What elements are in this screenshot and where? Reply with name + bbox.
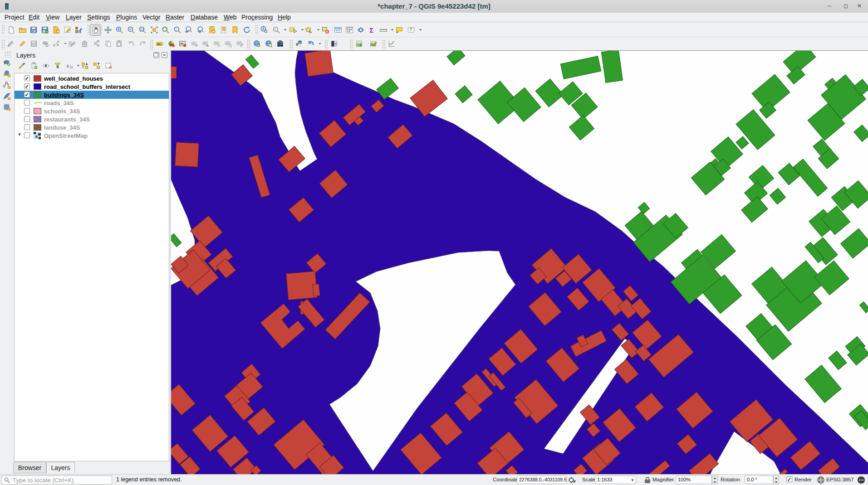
svg-text:abc: abc xyxy=(203,42,207,44)
svg-text:abc: abc xyxy=(215,42,219,44)
svg-text:ab: ab xyxy=(180,42,183,45)
svg-text:1:1: 1:1 xyxy=(140,28,144,31)
svg-text:?: ? xyxy=(335,42,337,46)
svg-text:T: T xyxy=(410,28,412,32)
svg-text:abc: abc xyxy=(157,43,161,45)
svg-text:ε: ε xyxy=(67,63,69,68)
svg-text:i: i xyxy=(275,27,275,31)
svg-text:Σ: Σ xyxy=(369,27,373,34)
svg-text:abc: abc xyxy=(226,42,230,44)
svg-text:ab: ab xyxy=(192,42,195,45)
svg-text:abc: abc xyxy=(237,42,241,44)
svg-text:i: i xyxy=(263,27,264,31)
svg-text:a: a xyxy=(79,30,82,34)
